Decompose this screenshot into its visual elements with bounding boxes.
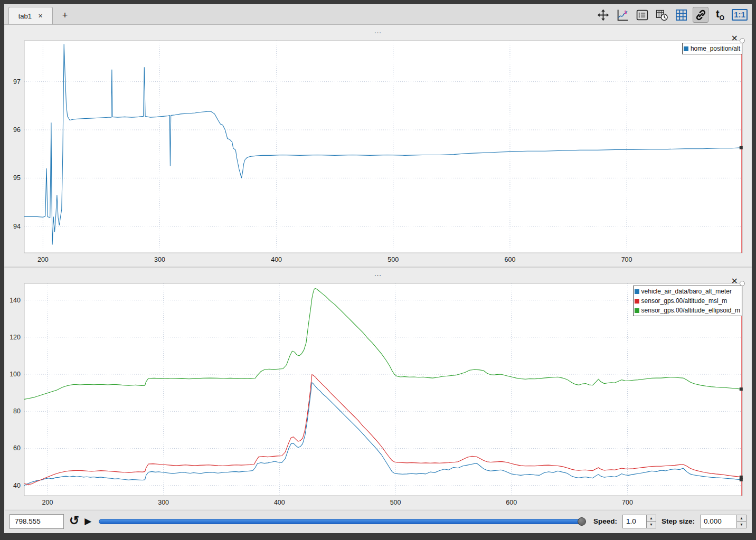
legend-entry[interactable]: sensor_gps.00/altitude_ellipsoid_m — [635, 306, 740, 315]
app-window: tab1 ✕ + 1 tO — [4, 4, 752, 533]
x-tick-label: 600 — [505, 256, 516, 263]
step-size-input[interactable] — [701, 515, 736, 528]
ratio-1-1-icon[interactable]: 1:1 — [732, 7, 748, 23]
y-tick-label: 96 — [13, 126, 21, 134]
step-size-spinbox[interactable]: ▲ ▼ — [700, 515, 746, 528]
x-tick-label: 400 — [271, 256, 282, 263]
y-tick-label: 94 — [13, 223, 21, 230]
spin-up-icon[interactable]: ▲ — [647, 515, 656, 522]
legend: vehicle_air_data/baro_alt_metersensor_gp… — [633, 286, 742, 316]
legend-entry[interactable]: sensor_gps.00/altitude_msl_m — [635, 296, 740, 306]
time-offset-icon[interactable]: tO — [712, 7, 728, 23]
svg-text:1: 1 — [624, 9, 627, 14]
line-chart-home-position-alt[interactable]: 20030040050060070094959697 — [5, 25, 751, 267]
slider-track[interactable] — [99, 519, 583, 524]
y-tick-label: 60 — [13, 444, 21, 452]
y-tick-label: 120 — [10, 334, 21, 341]
pan-zoom-arrows-icon[interactable] — [595, 7, 611, 23]
spin-down-icon[interactable]: ▼ — [737, 522, 746, 528]
spin-up-icon[interactable]: ▲ — [737, 515, 746, 522]
legend-list-icon[interactable] — [634, 7, 650, 23]
new-tab-button[interactable]: + — [58, 8, 72, 22]
legend-swatch-icon — [635, 289, 639, 294]
plot-panel-top: ... ✕ 20030040050060070094959697 home_po… — [5, 25, 751, 267]
legend-swatch-icon — [635, 308, 639, 313]
grid-layout-icon[interactable] — [673, 7, 689, 23]
y-tick-label: 80 — [13, 408, 21, 415]
x-tick-label: 400 — [274, 499, 285, 506]
y-tick-label: 95 — [13, 174, 21, 182]
tab-close-icon[interactable]: ✕ — [38, 13, 43, 20]
y-tick-label: 100 — [10, 371, 21, 378]
x-tick-label: 500 — [388, 256, 399, 263]
series-end-marker — [740, 146, 743, 149]
y-tick-label: 140 — [10, 297, 21, 304]
legend-label: home_position/alt — [691, 44, 740, 53]
tab-tab1[interactable]: tab1 ✕ — [8, 7, 53, 24]
series-end-marker — [740, 387, 743, 391]
toolbar: 1 tO 1:1 — [595, 6, 748, 24]
legend-swatch-icon — [635, 299, 639, 304]
link-axes-icon[interactable] — [693, 7, 708, 23]
x-tick-label: 500 — [390, 499, 401, 506]
playback-controls: ↺ ▶ Speed: ▲ ▼ Step size: ▲ ▼ — [5, 510, 751, 532]
resize-handle-icon[interactable] — [740, 281, 745, 286]
x-tick-label: 700 — [622, 499, 633, 506]
speed-input[interactable] — [623, 515, 646, 528]
x-tick-label: 700 — [621, 256, 632, 263]
speed-spinbox[interactable]: ▲ ▼ — [622, 515, 656, 528]
step-size-label: Step size: — [662, 517, 695, 525]
legend-label: sensor_gps.00/altitude_ellipsoid_m — [641, 306, 740, 315]
time-slider[interactable] — [99, 517, 586, 526]
x-tick-label: 200 — [42, 499, 53, 506]
x-tick-label: 600 — [506, 499, 517, 506]
legend-label: vehicle_air_data/baro_alt_meter — [641, 287, 732, 296]
tab-label: tab1 — [18, 12, 32, 20]
legend-entry[interactable]: vehicle_air_data/baro_alt_meter — [635, 287, 740, 296]
spin-down-icon[interactable]: ▼ — [647, 522, 656, 528]
datetime-clock-icon[interactable] — [654, 7, 669, 23]
series-end-marker — [740, 476, 743, 479]
time-input[interactable] — [10, 514, 64, 529]
legend-swatch-icon — [684, 46, 688, 51]
slider-handle[interactable] — [578, 517, 586, 526]
tab-bar: tab1 ✕ + 1 tO — [4, 4, 752, 25]
y-tick-label: 97 — [13, 78, 21, 86]
play-icon[interactable]: ▶ — [84, 517, 91, 526]
x-tick-label: 300 — [154, 256, 165, 263]
add-curve-icon[interactable]: 1 — [615, 7, 630, 23]
x-tick-label: 200 — [37, 256, 49, 263]
legend: home_position/alt — [682, 43, 742, 54]
y-tick-label: 40 — [13, 482, 21, 489]
x-tick-label: 300 — [158, 499, 169, 506]
legend-label: sensor_gps.00/altitude_msl_m — [641, 296, 727, 306]
resize-handle-icon[interactable] — [740, 38, 745, 43]
legend-entry[interactable]: home_position/alt — [684, 44, 740, 53]
loop-icon[interactable]: ↺ — [69, 515, 79, 527]
speed-label: Speed: — [593, 517, 617, 525]
plot-panel-bottom: ... ✕ 200300400500600700406080100120140 … — [5, 268, 751, 509]
plot-area[interactable] — [24, 41, 742, 253]
